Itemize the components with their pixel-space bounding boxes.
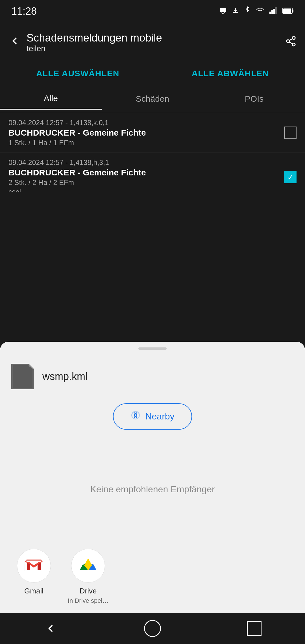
signal-icon [269, 6, 278, 16]
bottom-sheet: wsmp.kml Nearby Keine empfohlenen Empfän… [0, 342, 305, 613]
file-name: wsmp.kml [42, 371, 88, 382]
file-icon-shape [13, 365, 32, 388]
svg-line-12 [289, 38, 292, 40]
selection-bar: ALLE AUSWÄHLEN ALLE ABWÄHLEN [0, 62, 305, 85]
list-item-title: BUCHDRUCKER - Gemeine Fichte [8, 128, 297, 138]
battery-icon [282, 7, 294, 16]
svg-point-13 [134, 414, 137, 417]
list-item-meta: 1 Stk. / 1 Ha / 1 EFm [8, 139, 297, 147]
svg-point-9 [287, 40, 289, 43]
apps-row: Gmail [0, 540, 305, 613]
nearby-button[interactable]: Nearby [113, 403, 192, 430]
tabs-bar: Alle Schäden POIs [0, 85, 305, 113]
list-item-checkbox-checked[interactable] [284, 171, 297, 183]
app-item-drive[interactable]: Drive In Drive spei… [68, 549, 108, 604]
list-item-title: BUCHDRUCKER - Gemeine Fichte [8, 168, 297, 177]
svg-rect-7 [283, 8, 291, 13]
list-item-date: 09.04.2024 12:57 - 1,4138,k,0,1 [8, 119, 297, 127]
back-button[interactable] [8, 35, 21, 50]
svg-point-10 [292, 43, 295, 46]
file-icon [11, 364, 34, 389]
list-item[interactable]: 09.04.2024 12:57 - 1,4138,h,3,1 BUCHDRUC… [0, 153, 305, 192]
app-bar: Schadensmeldungen mobile teilen [0, 23, 305, 62]
svg-rect-1 [269, 12, 271, 14]
status-icons [219, 6, 294, 16]
tab-alle[interactable]: Alle [0, 88, 102, 110]
no-recipients-text: Keine empfohlenen Empfänger [73, 438, 232, 540]
app-title: Schadensmeldungen mobile [27, 32, 285, 44]
gmail-icon [17, 549, 51, 583]
wifi-icon [255, 6, 265, 16]
svg-rect-4 [275, 7, 277, 14]
nav-recents-button[interactable] [243, 617, 265, 640]
share-button[interactable] [285, 36, 297, 49]
list-item-checkbox[interactable] [284, 127, 297, 139]
list-item[interactable]: 09.04.2024 12:57 - 1,4138,k,0,1 BUCHDRUC… [0, 113, 305, 153]
nearby-section: Nearby [0, 403, 305, 430]
app-item-gmail[interactable]: Gmail [17, 549, 51, 595]
content-list: 09.04.2024 12:57 - 1,4138,k,0,1 BUCHDRUC… [0, 113, 305, 192]
notification-icon [219, 6, 227, 16]
file-section: wsmp.kml [0, 358, 305, 395]
svg-rect-3 [273, 9, 275, 14]
nearby-icon [130, 410, 141, 423]
status-time: 11:28 [11, 5, 37, 17]
deselect-all-button[interactable]: ALLE ABWÄHLEN [191, 69, 269, 78]
drive-label: Drive [80, 587, 97, 595]
svg-rect-2 [271, 10, 273, 14]
drive-icon [71, 549, 105, 583]
nav-back-button[interactable] [40, 617, 62, 640]
list-item-date: 09.04.2024 12:57 - 1,4138,h,3,1 [8, 158, 297, 167]
list-item-meta: 2 Stk. / 2 Ha / 2 EFm [8, 179, 297, 187]
drive-sublabel: In Drive spei… [68, 597, 108, 604]
tab-pois[interactable]: POIs [203, 88, 305, 109]
svg-rect-6 [292, 10, 293, 12]
select-all-button[interactable]: ALLE AUSWÄHLEN [36, 69, 119, 78]
gmail-label: Gmail [24, 587, 43, 595]
sheet-handle [138, 347, 167, 350]
nav-bar [0, 613, 305, 644]
svg-point-8 [292, 36, 295, 39]
tab-schaeden[interactable]: Schäden [102, 88, 203, 109]
svg-line-11 [289, 42, 292, 44]
status-bar: 11:28 [0, 0, 305, 23]
nearby-label: Nearby [145, 411, 174, 422]
svg-rect-0 [220, 8, 226, 12]
nav-home-button[interactable] [141, 617, 164, 640]
app-title-container: Schadensmeldungen mobile teilen [27, 32, 285, 53]
app-subtitle: teilen [27, 44, 285, 53]
list-item-comment: cool [8, 188, 297, 192]
bluetooth-icon [244, 6, 251, 16]
download-icon [232, 6, 239, 16]
